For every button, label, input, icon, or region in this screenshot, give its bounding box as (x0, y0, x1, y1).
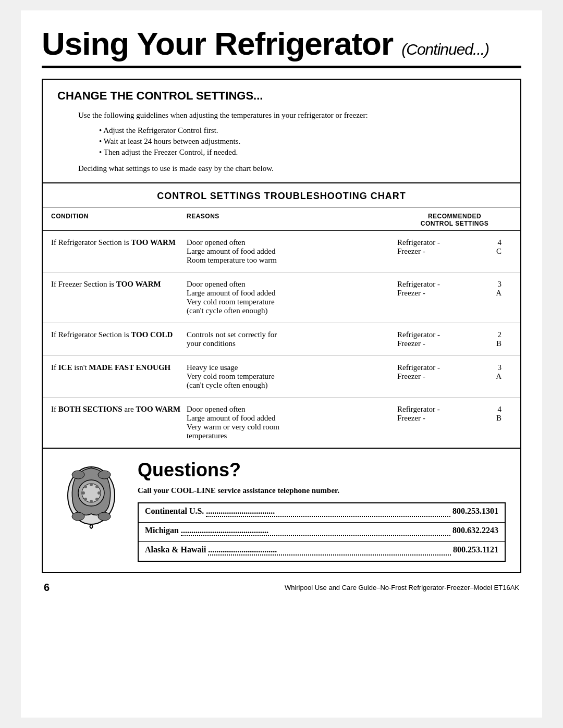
settings-values-5: 4 B (496, 405, 512, 423)
reasons-3: Controls not set correctly for your cond… (187, 330, 397, 348)
condition-2: If Freezer Section is TOO WARM (51, 280, 187, 289)
phone-dots-1: ................................. (206, 507, 450, 517)
reasons-1: Door opened often Large amount of food a… (187, 238, 397, 265)
settings-5: Refirgerator - Freezer - 4 B (397, 405, 512, 423)
svg-point-5 (97, 491, 101, 495)
reasons-5: Door opened often Large amount of food a… (187, 405, 397, 440)
condition-3: If Refrigerator Section is TOO COLD (51, 330, 187, 339)
svg-point-8 (84, 498, 87, 501)
content-box: Change The Control Settings... Use the f… (42, 79, 521, 573)
settings-labels-1: Refrigerator - Freezer - (397, 238, 440, 256)
settings-labels-4: Refrigerator - Freezer - (397, 363, 440, 381)
bullet-item-1: Adjust the Refrigerator Control first. (99, 126, 506, 135)
settings-labels-2: Refrigerator - Freezer - (397, 280, 440, 298)
phone-dots-2: ........................................… (181, 526, 450, 536)
questions-title: Questions? (138, 459, 506, 481)
condition-1: If Refrigerator Section is TOO WARM (51, 238, 187, 247)
settings-values-3: 2 B (496, 330, 512, 348)
reasons-4: Heavy ice usage Very cold room temperatu… (187, 363, 397, 390)
footer-page-number: 6 (44, 582, 50, 594)
questions-content: Questions? Call your COOL-LINE service a… (138, 459, 506, 562)
phone-label-3: Alaska & Hawaii (145, 545, 206, 558)
intro-text: Use the following guidelines when adjust… (78, 111, 506, 120)
page-footer: 6 Whirlpool Use and Care Guide–No-Frost … (42, 582, 521, 594)
settings-values-1: 4 C (496, 238, 512, 256)
svg-point-14 (98, 512, 111, 521)
chart-title: Control Settings Troubleshooting Chart (157, 191, 406, 201)
phone-row-3: Alaska & Hawaii ........................… (139, 542, 505, 561)
phone-dots-3: ................................. (208, 545, 451, 556)
svg-point-4 (95, 485, 99, 488)
chart-row-2: If Freezer Section is TOO WARM Door open… (43, 273, 520, 323)
svg-point-6 (95, 498, 99, 501)
header-rule (42, 66, 521, 68)
chart-intro: Deciding what settings to use is made ea… (78, 164, 506, 173)
settings-values-2: 3 A (496, 280, 512, 298)
coolline-text: Call your COOL-LINE service assistance t… (138, 486, 506, 495)
col-header-reasons: Reasons (187, 213, 397, 227)
settings-3: Refrigerator - Freezer - 2 B (397, 330, 512, 348)
chart-row-4: If ICE isn't MADE FAST ENOUGH Heavy ice … (43, 356, 520, 398)
phone-row-2: Michigan ...............................… (139, 523, 505, 542)
phone-label-2: Michigan (145, 526, 179, 538)
reasons-2: Door opened often Large amount of food a… (187, 280, 397, 315)
settings-labels-3: Refrigerator - Freezer - (397, 330, 440, 348)
questions-section: Questions? Call your COOL-LINE service a… (43, 449, 520, 572)
phone-number-3: 800.253.1121 (453, 545, 498, 558)
page: Using Your Refrigerator (Continued...) C… (21, 10, 542, 718)
settings-labels-5: Refirgerator - Freezer - (397, 405, 440, 423)
svg-point-13 (72, 512, 84, 521)
phone-numbers-box: Continental U.S. .......................… (138, 502, 506, 562)
condition-5: If BOTH SECTIONS are TOO WARM (51, 405, 187, 414)
page-header: Using Your Refrigerator (Continued...) (42, 26, 521, 68)
svg-point-3 (90, 483, 93, 486)
col-header-settings: RECOMMENDEDCONTROL SETTINGS (397, 213, 512, 227)
phone-number-2: 800.632.2243 (452, 526, 498, 538)
bullet-item-3: Then adjust the Freezer Control, if need… (99, 148, 506, 157)
condition-4: If ICE isn't MADE FAST ENOUGH (51, 363, 187, 372)
chart-section: Control Settings Troubleshooting Chart C… (43, 183, 520, 449)
svg-point-9 (82, 491, 85, 495)
phone-label-1: Continental U.S. (145, 507, 204, 519)
svg-point-12 (98, 471, 111, 479)
chart-title-row: Control Settings Troubleshooting Chart (43, 183, 520, 207)
settings-2: Refrigerator - Freezer - 3 A (397, 280, 512, 298)
phone-number-1: 800.253.1301 (452, 507, 498, 519)
chart-row-1: If Refrigerator Section is TOO WARM Door… (43, 231, 520, 273)
settings-4: Refrigerator - Freezer - 3 A (397, 363, 512, 381)
bullet-item-2: Wait at least 24 hours between adjustmen… (99, 137, 506, 146)
telephone-icon (60, 462, 123, 529)
change-settings-section: Change The Control Settings... Use the f… (43, 80, 520, 183)
phone-row-1: Continental U.S. .......................… (139, 503, 505, 523)
svg-point-11 (72, 471, 84, 479)
main-title: Using Your Refrigerator (Continued...) (42, 26, 521, 61)
settings-values-4: 3 A (496, 363, 512, 381)
chart-row-3: If Refrigerator Section is TOO COLD Cont… (43, 323, 520, 356)
change-settings-title: Change The Control Settings... (57, 89, 506, 103)
bullet-list: Adjust the Refrigerator Control first. W… (99, 126, 506, 157)
phone-image (57, 459, 125, 532)
chart-column-headers: Condition Reasons RECOMMENDEDCONTROL SET… (43, 207, 520, 231)
svg-point-7 (90, 500, 93, 503)
chart-row-5: If BOTH SECTIONS are TOO WARM Door opene… (43, 398, 520, 448)
footer-text: Whirlpool Use and Care Guide–No-Frost Re… (285, 584, 519, 591)
svg-point-10 (84, 485, 87, 488)
col-header-condition: Condition (51, 213, 187, 227)
settings-1: Refrigerator - Freezer - 4 C (397, 238, 512, 256)
